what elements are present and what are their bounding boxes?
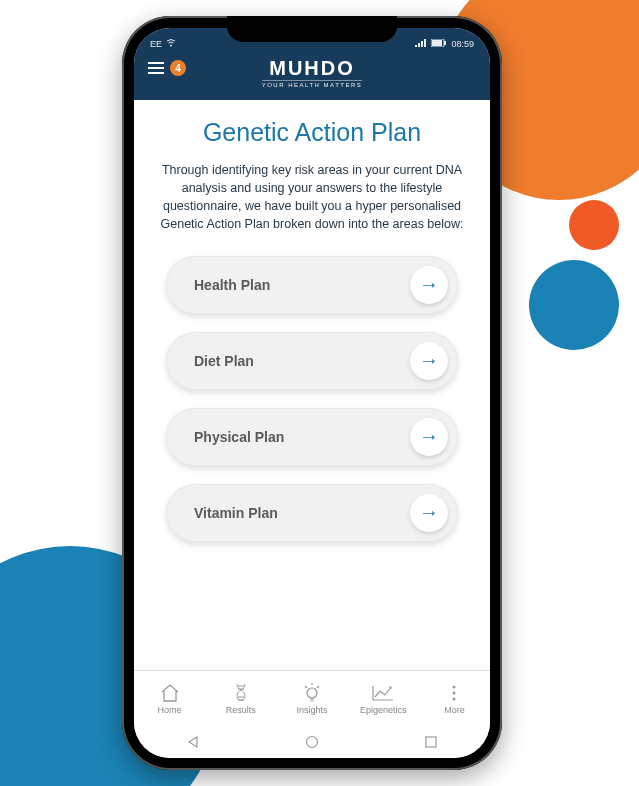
svg-point-0 [170,45,172,47]
nav-label: Home [158,705,182,715]
nav-epigenetics[interactable]: Epigenetics [348,683,419,715]
battery-icon [431,39,447,49]
page-title: Genetic Action Plan [156,118,468,147]
arrow-right-icon: → [410,266,448,304]
bottom-nav: Home Results Insights Epigenetics [134,670,490,726]
menu-button[interactable]: 4 [148,60,186,76]
hamburger-icon [148,62,164,74]
more-icon [451,683,457,703]
svg-rect-4 [424,39,426,47]
svg-point-11 [453,697,456,700]
home-softkey[interactable] [303,733,321,751]
plan-diet[interactable]: Diet Plan → [166,332,458,390]
bg-circle-orange-small [569,200,619,250]
page-content: Genetic Action Plan Through identifying … [134,100,490,542]
nav-insights[interactable]: Insights [276,683,347,715]
plan-label: Health Plan [194,277,270,293]
notification-badge: 4 [170,60,186,76]
svg-point-10 [453,691,456,694]
plan-list: Health Plan → Diet Plan → Physical Plan … [156,256,468,542]
svg-rect-2 [418,43,420,47]
plan-label: Vitamin Plan [194,505,278,521]
logo-subtitle: YOUR HEALTH MATTERS [262,80,363,88]
plan-physical[interactable]: Physical Plan → [166,408,458,466]
plan-label: Diet Plan [194,353,254,369]
svg-rect-7 [432,40,442,46]
svg-rect-1 [415,45,417,47]
nav-results[interactable]: Results [205,683,276,715]
arrow-right-icon: → [410,418,448,456]
svg-point-12 [306,737,317,748]
phone-frame: EE 08:59 [122,16,502,770]
arrow-right-icon: → [410,494,448,532]
logo-text: MUHDO [262,58,363,78]
plan-health[interactable]: Health Plan → [166,256,458,314]
bg-circle-blue-small [529,260,619,350]
screen: EE 08:59 [134,28,490,758]
plan-vitamin[interactable]: Vitamin Plan → [166,484,458,542]
home-icon [160,683,180,703]
nav-label: Insights [296,705,327,715]
arrow-right-icon: → [410,342,448,380]
back-softkey[interactable] [184,733,202,751]
svg-point-9 [453,685,456,688]
chart-icon [372,683,394,703]
bulb-icon [303,683,321,703]
page-description: Through identifying key risk areas in yo… [156,161,468,234]
nav-home[interactable]: Home [134,683,205,715]
nav-label: Results [226,705,256,715]
signal-icon [415,39,427,49]
dna-icon [234,683,248,703]
status-time: 08:59 [451,39,474,49]
svg-rect-13 [426,737,436,747]
wifi-icon [166,39,176,49]
plan-label: Physical Plan [194,429,284,445]
svg-rect-6 [444,41,446,45]
logo: MUHDO YOUR HEALTH MATTERS [262,58,363,88]
softkey-bar [134,726,490,758]
nav-more[interactable]: More [419,683,490,715]
nav-label: Epigenetics [360,705,407,715]
svg-point-8 [307,688,317,698]
recent-softkey[interactable] [422,733,440,751]
status-carrier: EE [150,39,162,49]
nav-label: More [444,705,465,715]
svg-rect-3 [421,41,423,47]
phone-notch [227,16,397,42]
